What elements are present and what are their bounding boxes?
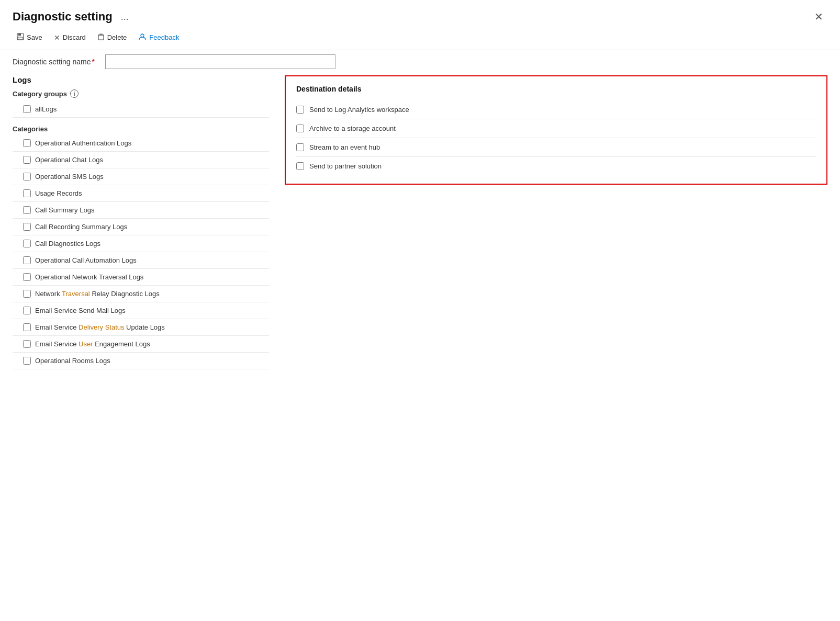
category-checkbox-usage[interactable] — [23, 189, 31, 197]
toolbar: Save ✕ Discard Delete Feedb — [0, 25, 840, 50]
category-checkbox-email-send[interactable] — [23, 307, 31, 314]
destination-box: Destination details Send to Log Analytic… — [285, 75, 827, 185]
svg-rect-1 — [18, 33, 21, 36]
dest-label-event-hub[interactable]: Stream to an event hub — [309, 143, 380, 151]
dest-label-partner[interactable]: Send to partner solution — [309, 162, 382, 170]
category-groups-header: Category groups i — [13, 89, 269, 98]
category-label-net-traversal-relay[interactable]: Network Traversal Relay Diagnostic Logs — [35, 290, 160, 298]
info-icon: i — [70, 89, 79, 98]
category-checkbox-op-call-auto[interactable] — [23, 256, 31, 264]
category-groups-label: Category groups — [13, 90, 67, 98]
category-checkbox-email-user[interactable] — [23, 340, 31, 348]
setting-name-label: Diagnostic setting name* — [13, 58, 95, 66]
logs-panel: Logs Category groups i allLogs Categorie… — [13, 75, 269, 369]
diagnostic-panel: Diagnostic setting ... ✕ Save ✕ Discard — [0, 0, 840, 621]
feedback-icon — [138, 32, 147, 42]
main-content: Logs Category groups i allLogs Categorie… — [0, 75, 840, 369]
close-button[interactable]: ✕ — [810, 8, 827, 25]
category-item: Email Service Send Mail Logs — [13, 302, 269, 319]
discard-icon: ✕ — [54, 33, 60, 42]
destination-panel: Destination details Send to Log Analytic… — [285, 75, 827, 369]
category-label-usage[interactable]: Usage Records — [35, 189, 82, 197]
category-checkbox-op-auth[interactable] — [23, 139, 31, 147]
svg-rect-3 — [98, 35, 104, 40]
category-checkbox-email-delivery[interactable] — [23, 323, 31, 331]
category-label-call-summary[interactable]: Call Summary Logs — [35, 206, 94, 214]
destination-options: Send to Log Analytics workspaceArchive t… — [296, 100, 816, 175]
all-logs-row: allLogs — [13, 101, 269, 118]
dest-option-event-hub: Stream to an event hub — [296, 138, 816, 157]
category-label-op-sms[interactable]: Operational SMS Logs — [35, 173, 104, 180]
category-label-op-auth[interactable]: Operational Authentication Logs — [35, 139, 131, 147]
category-item: Operational Call Automation Logs — [13, 252, 269, 269]
setting-name-row: Diagnostic setting name* — [0, 50, 840, 75]
required-indicator: * — [92, 58, 94, 66]
feedback-button[interactable]: Feedback — [134, 30, 183, 44]
dest-label-storage[interactable]: Archive to a storage account — [309, 125, 396, 132]
all-logs-label[interactable]: allLogs — [35, 105, 57, 113]
dest-checkbox-storage[interactable] — [296, 125, 304, 132]
delete-button[interactable]: Delete — [93, 31, 131, 44]
category-label-op-call-auto[interactable]: Operational Call Automation Logs — [35, 256, 137, 264]
category-item: Operational SMS Logs — [13, 168, 269, 185]
dest-option-storage: Archive to a storage account — [296, 119, 816, 138]
save-icon — [17, 33, 24, 42]
category-checkbox-op-rooms[interactable] — [23, 357, 31, 365]
category-item: Operational Authentication Logs — [13, 135, 269, 152]
category-item: Usage Records — [13, 185, 269, 202]
dest-checkbox-partner[interactable] — [296, 162, 304, 170]
category-label-op-rooms[interactable]: Operational Rooms Logs — [35, 357, 110, 365]
category-checkbox-call-recording[interactable] — [23, 223, 31, 231]
delete-icon — [97, 33, 105, 42]
category-checkbox-op-sms[interactable] — [23, 173, 31, 180]
setting-name-input[interactable] — [105, 54, 335, 69]
dest-option-partner: Send to partner solution — [296, 157, 816, 175]
categories-list: Operational Authentication LogsOperation… — [13, 135, 269, 369]
destination-title: Destination details — [296, 85, 816, 93]
dest-checkbox-event-hub[interactable] — [296, 143, 304, 151]
dest-checkbox-log-analytics[interactable] — [296, 106, 304, 114]
discard-button[interactable]: ✕ Discard — [50, 31, 90, 44]
category-label-call-recording[interactable]: Call Recording Summary Logs — [35, 223, 127, 231]
category-label-email-send[interactable]: Email Service Send Mail Logs — [35, 307, 126, 314]
panel-header: Diagnostic setting ... ✕ — [0, 0, 840, 25]
dest-label-log-analytics[interactable]: Send to Log Analytics workspace — [309, 106, 409, 114]
category-checkbox-op-chat[interactable] — [23, 156, 31, 164]
all-logs-checkbox[interactable] — [23, 105, 31, 113]
category-item: Call Recording Summary Logs — [13, 219, 269, 235]
svg-point-4 — [141, 34, 144, 37]
category-label-email-user[interactable]: Email Service User Engagement Logs — [35, 340, 150, 348]
category-label-call-diagnostics[interactable]: Call Diagnostics Logs — [35, 240, 100, 247]
category-item: Call Summary Logs — [13, 202, 269, 219]
ellipsis-button[interactable]: ... — [118, 10, 132, 24]
svg-rect-2 — [18, 37, 23, 40]
page-title: Diagnostic setting — [13, 10, 113, 24]
logs-section-title: Logs — [13, 75, 269, 84]
category-item: Operational Chat Logs — [13, 152, 269, 168]
category-checkbox-call-summary[interactable] — [23, 206, 31, 214]
categories-section-label: Categories — [13, 125, 269, 133]
category-label-op-net-traversal[interactable]: Operational Network Traversal Logs — [35, 273, 143, 281]
category-item: Network Traversal Relay Diagnostic Logs — [13, 286, 269, 302]
dest-option-log-analytics: Send to Log Analytics workspace — [296, 100, 816, 119]
category-label-email-delivery[interactable]: Email Service Delivery Status Update Log… — [35, 323, 165, 331]
panel-title: Diagnostic setting ... — [13, 10, 132, 24]
save-button[interactable]: Save — [13, 31, 47, 44]
category-item: Call Diagnostics Logs — [13, 235, 269, 252]
category-checkbox-op-net-traversal[interactable] — [23, 273, 31, 281]
category-item: Email Service Delivery Status Update Log… — [13, 319, 269, 336]
category-item: Operational Network Traversal Logs — [13, 269, 269, 286]
category-item: Operational Rooms Logs — [13, 353, 269, 369]
category-item: Email Service User Engagement Logs — [13, 336, 269, 353]
category-checkbox-net-traversal-relay[interactable] — [23, 290, 31, 298]
category-label-op-chat[interactable]: Operational Chat Logs — [35, 156, 103, 164]
category-checkbox-call-diagnostics[interactable] — [23, 240, 31, 247]
